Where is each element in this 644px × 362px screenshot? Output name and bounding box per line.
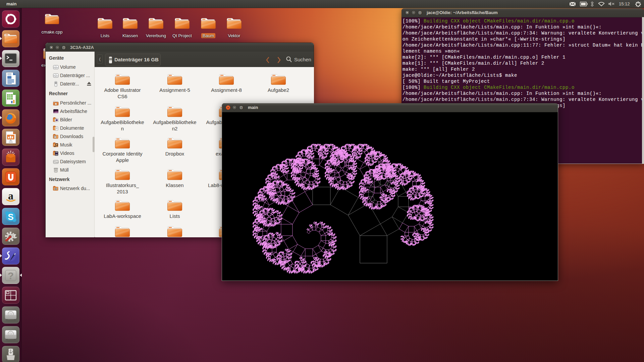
- svg-text:?: ?: [8, 270, 14, 281]
- svg-text:S: S: [8, 212, 13, 222]
- svg-text:a: a: [8, 190, 13, 202]
